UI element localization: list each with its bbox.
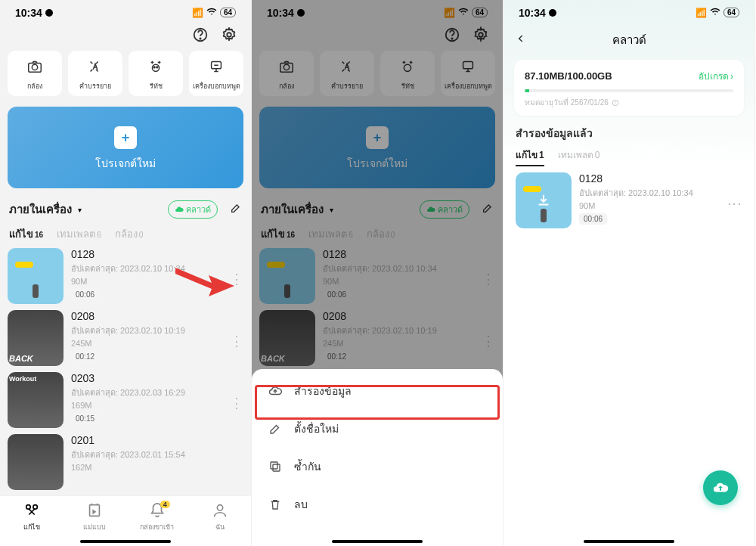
nav-label: ฉัน (188, 522, 251, 532)
tab-count: 0 (595, 150, 600, 160)
new-project-button[interactable]: + โปรเจกต์ใหม่ (8, 107, 243, 188)
tab-label: เทมเพลต (558, 147, 593, 162)
svg-point-1 (200, 38, 200, 39)
svg-rect-11 (89, 505, 99, 517)
project-size: 245M (71, 339, 243, 348)
project-thumbnail (516, 172, 572, 228)
signal-icon: 📶 (696, 8, 707, 18)
more-icon[interactable]: ⋮ (727, 197, 743, 209)
shortcut-label: รีทัช (130, 81, 181, 92)
shortcut-label: เครื่องบอกบทพูด (191, 81, 242, 92)
home-indicator (332, 540, 423, 543)
project-item[interactable]: 0201 อัปเดตล่าสุด: 2023.02.01 15:54 162M (8, 434, 243, 490)
sheet-duplicate[interactable]: ซ้ำกัน (252, 448, 503, 486)
phone-screen-2: 10:34 📶64 กล้อง คําบรรยาย รีทัช เครื่องบ… (252, 0, 503, 546)
project-tabs: แก้ไข16 เทมเพลต6 กล้อง0 (0, 223, 251, 248)
wifi-icon (206, 6, 217, 19)
more-icon[interactable]: ⋮ (230, 395, 242, 411)
cloud-badge-label: คลาวด์ (186, 203, 211, 216)
project-name: 0128 (579, 172, 742, 185)
project-thumbnail (8, 248, 64, 304)
plus-icon: + (114, 126, 137, 149)
project-updated: อัปเดตล่าสุด: 2023.02.10 10:34 (579, 186, 742, 200)
status-bar: 10:34 📶 64 (0, 0, 251, 22)
bottomnav-edit[interactable]: แก้ไข (0, 502, 63, 532)
tab-label: แก้ไข (9, 226, 33, 242)
project-duration: 00:06 (579, 213, 607, 225)
storage-progress (525, 89, 733, 92)
svg-point-7 (156, 67, 158, 68)
bottomnav-template[interactable]: แม่แบบ (63, 502, 125, 532)
header-bar (0, 22, 251, 48)
svg-point-12 (217, 505, 222, 510)
project-duration: 00:15 (71, 413, 99, 424)
expiry-text: หมดอายุวันที่ 2567/01/26 (525, 97, 733, 108)
svg-point-4 (32, 64, 37, 70)
chevron-down-icon[interactable]: ▾ (78, 206, 82, 214)
tab-label: กล้อง (115, 226, 138, 242)
project-name: 0201 (71, 434, 243, 446)
status-time: 10:34 (15, 7, 42, 19)
more-icon[interactable]: ⋮ (230, 333, 242, 349)
project-thumbnail (8, 434, 64, 490)
project-size: 90M (579, 201, 742, 210)
edit-icon[interactable] (230, 202, 242, 217)
new-project-label: โปรเจกต์ใหม่ (8, 155, 243, 172)
help-icon[interactable] (192, 26, 209, 43)
project-info: 0208 อัปเดตล่าสุด: 2023.02.10 10:19 245M… (71, 310, 243, 366)
tab-count: 6 (97, 231, 101, 239)
storage-usage: 87.10MB/100.00GB (525, 70, 612, 82)
cloud-header: คลาวด์ (503, 22, 754, 55)
tab-label: เทมเพลต (57, 226, 95, 242)
cloud-tabs: แก้ไข1 เทมเพลต0 (503, 147, 754, 172)
shortcut-retouch[interactable]: รีทัช (129, 51, 183, 96)
tab-templates[interactable]: เทมเพลต6 (57, 226, 101, 242)
tab-count: 0 (139, 231, 144, 239)
upgrade-label: อัปเกรด (699, 69, 729, 83)
expiry-label: หมดอายุวันที่ 2567/01/26 (525, 97, 609, 108)
tab-edit[interactable]: แก้ไข16 (9, 226, 43, 242)
project-thumbnail: Workout (8, 372, 64, 428)
back-icon[interactable] (516, 33, 531, 47)
project-item[interactable]: Workout 0203 อัปเดตล่าสุด: 2023.02.03 16… (8, 372, 243, 428)
phone-screen-3: 10:34 📶64 คลาวด์ 87.10MB/100.00GB อัปเกร… (503, 0, 755, 546)
signal-icon: 📶 (192, 8, 203, 18)
moon-icon (549, 9, 556, 17)
shortcut-camera[interactable]: กล้อง (8, 51, 62, 96)
project-size: 162M (71, 463, 243, 472)
home-indicator (80, 540, 171, 543)
annotation-highlight (255, 385, 500, 420)
tab-camera[interactable]: กล้อง0 (115, 226, 144, 242)
svg-point-9 (26, 505, 30, 510)
project-duration: 00:06 (71, 289, 99, 300)
shortcut-caption[interactable]: คําบรรยาย (68, 51, 122, 96)
sheet-delete[interactable]: ลบ (252, 486, 503, 523)
cloud-badge-button[interactable]: คลาวด์ (168, 200, 218, 219)
tab-edit[interactable]: แก้ไข1 (516, 147, 544, 166)
svg-point-10 (33, 505, 37, 510)
nav-label: กล่องขาเข้า (125, 522, 188, 532)
project-item[interactable]: BACK 0208 อัปเดตล่าสุด: 2023.02.10 10:19… (8, 310, 243, 366)
status-time: 10:34 (519, 7, 546, 19)
storage-card: 87.10MB/100.00GB อัปเกรด› หมดอายุวันที่ … (514, 60, 744, 116)
annotation-arrow (175, 263, 234, 299)
tab-label: แก้ไข (516, 147, 538, 162)
upgrade-button[interactable]: อัปเกรด› (699, 69, 733, 83)
project-item[interactable]: 0128 อัปเดตล่าสุด: 2023.02.10 10:34 90M … (516, 172, 742, 228)
project-updated: อัปเดตล่าสุด: 2023.02.01 15:54 (71, 448, 243, 461)
project-updated: อัปเดตล่าสุด: 2023.02.03 16:29 (71, 386, 243, 399)
shortcut-teleprompter[interactable]: เครื่องบอกบทพูด (189, 51, 243, 96)
project-name: 0208 (71, 310, 243, 322)
wifi-icon (710, 6, 720, 19)
download-icon (516, 172, 572, 228)
tab-templates[interactable]: เทมเพลต0 (558, 147, 600, 166)
bottomnav-inbox[interactable]: 4 กล่องขาเข้า (125, 502, 188, 532)
settings-icon[interactable] (221, 26, 237, 43)
bottomnav-me[interactable]: ฉัน (188, 502, 251, 532)
project-name: 0128 (71, 248, 243, 260)
svg-rect-22 (271, 462, 277, 469)
shortcut-label: คําบรรยาย (70, 81, 121, 92)
cloud-upload-fab[interactable] (703, 470, 738, 505)
project-updated: อัปเดตล่าสุด: 2023.02.10 10:19 (71, 324, 243, 337)
chevron-right-icon: › (730, 71, 733, 82)
